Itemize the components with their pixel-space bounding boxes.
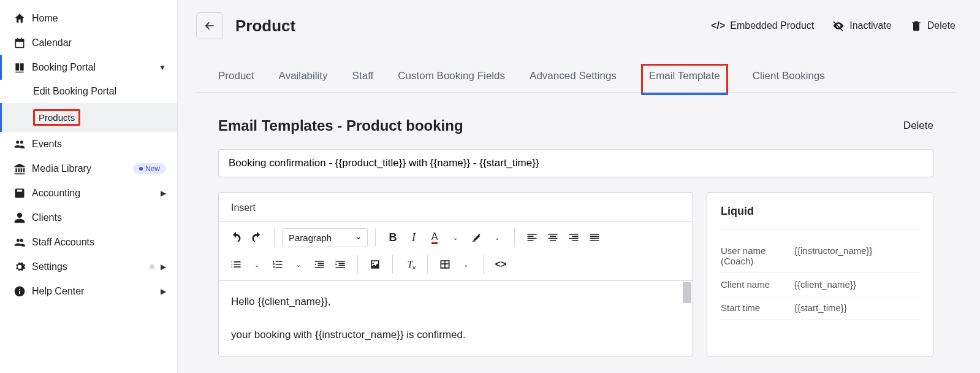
tab-product[interactable]: Product: [218, 64, 254, 92]
image-button[interactable]: [365, 255, 385, 274]
text-color-button[interactable]: A: [425, 228, 444, 247]
code-icon: </>: [711, 20, 725, 31]
liquid-value: {{client_name}}: [794, 279, 856, 290]
tab-availability[interactable]: Availability: [279, 64, 328, 92]
align-right-button[interactable]: [564, 228, 583, 247]
action-label: Delete: [927, 20, 955, 31]
indent-button[interactable]: [330, 255, 350, 274]
tab-advanced-settings[interactable]: Advanced Settings: [530, 64, 617, 92]
top-actions: </> Embedded Product Inactivate Delete: [711, 20, 955, 32]
code-view-button[interactable]: <>: [491, 255, 511, 274]
book-icon: [13, 61, 32, 74]
liquid-title: Liquid: [721, 205, 919, 229]
new-badge: New: [133, 163, 166, 174]
undo-button[interactable]: [226, 228, 246, 247]
nav-products[interactable]: Products: [0, 103, 177, 132]
home-icon: [13, 12, 32, 25]
library-icon: [13, 163, 32, 175]
nav-calendar[interactable]: Calendar: [0, 31, 177, 55]
editor: Insert Paragraph B I A ⌄: [218, 192, 693, 356]
nav-booking-portal[interactable]: Booking Portal ▼: [0, 55, 177, 80]
tabs: Product Availability Staff Custom Bookin…: [196, 64, 955, 93]
clear-format-button[interactable]: T✕: [400, 255, 420, 274]
editor-body[interactable]: Hello {{client_name}}, your booking with…: [219, 281, 693, 356]
nav-label: Settings: [32, 261, 150, 272]
bullet-list-caret[interactable]: ⌄: [247, 255, 267, 274]
tab-custom-booking-fields[interactable]: Custom Booking Fields: [398, 64, 505, 92]
eye-off-icon: [832, 20, 845, 32]
chevron-right-icon: ▶: [161, 287, 166, 296]
highlight-button[interactable]: [466, 228, 486, 247]
tab-client-bookings[interactable]: Client Bookings: [753, 64, 825, 92]
action-label: Embedded Product: [730, 20, 814, 31]
number-list-caret[interactable]: ⌄: [289, 255, 308, 274]
content-delete-button[interactable]: Delete: [903, 120, 933, 132]
nav-label: Media Library: [32, 163, 129, 174]
nav-settings[interactable]: Settings ▶: [0, 255, 177, 279]
chevron-right-icon: ▶: [161, 189, 166, 198]
sidebar: Home Calendar Booking Portal ▼ Edit Book…: [0, 0, 178, 373]
nav-accounting[interactable]: Accounting ▶: [0, 181, 177, 206]
content-head: Email Templates - Product booking Delete: [218, 117, 933, 134]
inactivate-button[interactable]: Inactivate: [832, 20, 891, 32]
trash-icon: [910, 20, 922, 32]
tab-staff[interactable]: Staff: [352, 64, 374, 92]
content-heading: Email Templates - Product booking: [218, 117, 463, 134]
users-icon: [13, 138, 32, 150]
person-icon: [13, 212, 32, 224]
redo-button[interactable]: [247, 228, 267, 247]
table-caret[interactable]: ⌄: [456, 255, 476, 274]
number-list-button[interactable]: [268, 255, 287, 274]
text-color-caret[interactable]: ⌄: [446, 228, 465, 247]
nav-label: Clients: [32, 212, 166, 223]
page-title: Product: [235, 17, 295, 36]
chevron-right-icon: ▶: [161, 263, 166, 271]
bold-button[interactable]: B: [383, 228, 403, 247]
liquid-key: Start time: [721, 302, 794, 313]
nav-label: Events: [32, 139, 166, 150]
align-justify-button[interactable]: [585, 228, 604, 247]
arrow-left-icon: [203, 20, 216, 32]
align-center-button[interactable]: [543, 228, 563, 247]
nav-staff-accounts[interactable]: Staff Accounts: [0, 230, 177, 255]
table-button[interactable]: [435, 255, 455, 274]
liquid-row: User name (Coach) {{instructor_name}}: [721, 239, 919, 273]
nav-media-library[interactable]: Media Library New: [0, 156, 177, 181]
nav-label: Help Center: [32, 286, 161, 297]
staff-icon: [13, 236, 32, 248]
nav-help-center[interactable]: Help Center ▶: [0, 279, 177, 304]
nav-label: Booking Portal: [32, 62, 159, 73]
outdent-button[interactable]: [310, 255, 329, 274]
tab-email-template[interactable]: Email Template: [641, 64, 728, 93]
liquid-value: {{instructor_name}}: [794, 245, 873, 266]
delete-button[interactable]: Delete: [910, 20, 955, 32]
notification-dot-icon: [150, 264, 154, 269]
align-left-button[interactable]: [522, 228, 542, 247]
bullet-list-button[interactable]: [226, 255, 246, 274]
gear-icon: [13, 261, 32, 273]
nav-edit-booking-portal[interactable]: Edit Booking Portal: [0, 80, 177, 103]
editor-line: your booking with {{instructor_name}} is…: [231, 326, 680, 343]
nav-events[interactable]: Events: [0, 132, 177, 156]
liquid-value: {{start_time}}: [794, 302, 847, 313]
chevron-down-icon: ▼: [159, 63, 166, 72]
nav-clients[interactable]: Clients: [0, 206, 177, 230]
subject-input[interactable]: [218, 149, 933, 177]
editor-insert-tab[interactable]: Insert: [219, 202, 693, 221]
content: Email Templates - Product booking Delete…: [196, 93, 955, 356]
nav-label: Accounting: [32, 188, 161, 199]
editor-line: Hello {{client_name}},: [231, 293, 680, 310]
italic-button[interactable]: I: [404, 228, 424, 247]
embedded-product-button[interactable]: </> Embedded Product: [711, 20, 814, 31]
back-button[interactable]: [196, 12, 223, 39]
nav-home[interactable]: Home: [0, 6, 177, 31]
nav-label: Home: [32, 13, 166, 24]
calculator-icon: [13, 187, 32, 199]
highlight-caret[interactable]: ⌄: [487, 228, 507, 247]
nav-label: Products: [33, 109, 80, 126]
action-label: Inactivate: [849, 20, 891, 31]
scrollbar-thumb[interactable]: [683, 282, 691, 303]
block-format-select[interactable]: Paragraph: [282, 228, 368, 247]
nav-label: Staff Accounts: [32, 237, 166, 248]
liquid-row: Client name {{client_name}}: [721, 273, 919, 296]
